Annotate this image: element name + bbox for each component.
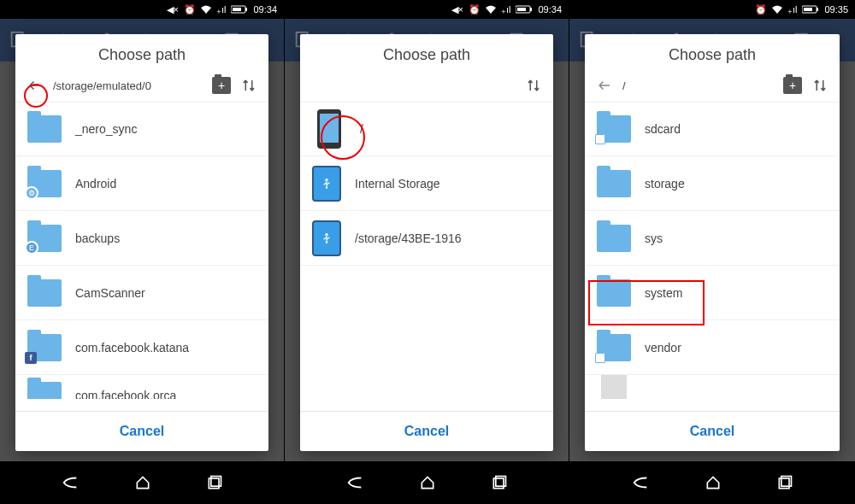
item-label: storage (645, 177, 685, 190)
svg-rect-21 (817, 8, 818, 11)
folder-list[interactable]: _nero_sync ⚙Android Ebackups CamScanner … (15, 102, 268, 411)
nav-bar (285, 461, 569, 504)
list-item[interactable]: sys (585, 211, 840, 266)
sort-button[interactable] (239, 76, 258, 95)
list-item[interactable]: _nero_sync (15, 102, 268, 156)
dialog-title: Choose path (300, 34, 553, 73)
new-folder-button[interactable]: + (783, 77, 802, 94)
item-label: backups (75, 231, 120, 245)
clock-text: 09:34 (538, 4, 562, 15)
phone-icon (317, 109, 341, 149)
dialog-title: Choose path (15, 34, 268, 73)
list-item[interactable]: ⚙Android (15, 156, 268, 211)
volume-mute-icon: ◀× (167, 4, 179, 15)
nav-recent-icon[interactable] (206, 474, 223, 491)
screen-1: ◀× ⏰ ₊ıl 09:34 Choose path /storage/emul… (0, 0, 285, 504)
item-label: com.facebook.katana (75, 341, 189, 355)
list-item[interactable] (585, 375, 840, 399)
svg-rect-22 (804, 8, 812, 11)
battery-icon (802, 5, 819, 14)
item-label: CamScanner (75, 286, 145, 300)
list-item[interactable]: / (300, 102, 553, 156)
cancel-button[interactable]: Cancel (120, 424, 164, 439)
svg-point-17 (326, 241, 327, 243)
back-arrow-button[interactable] (595, 76, 614, 95)
item-label: / (360, 122, 363, 136)
clock-text: 09:34 (253, 4, 277, 15)
alarm-icon: ⏰ (469, 4, 481, 15)
current-path: / (622, 79, 775, 92)
usb-icon (312, 166, 341, 202)
item-label: sdcard (645, 122, 681, 136)
nav-back-icon[interactable] (345, 473, 364, 492)
choose-path-dialog: Choose path / Internal Storage /storage/… (300, 34, 553, 451)
signal-icon: ₊ıl (787, 4, 798, 15)
status-bar: ◀× ⏰ ₊ıl 09:34 (285, 0, 569, 19)
item-label: vendor (645, 341, 681, 355)
cancel-button[interactable]: Cancel (404, 424, 449, 439)
list-item[interactable]: system (585, 266, 840, 320)
list-item[interactable]: /storage/43BE-1916 (300, 211, 553, 266)
alarm-icon: ⏰ (755, 4, 767, 15)
list-item[interactable]: fcom.facebook.katana (15, 320, 268, 375)
svg-rect-1 (245, 8, 247, 11)
nav-recent-icon[interactable] (491, 474, 508, 491)
clock-text: 09:35 (824, 4, 848, 15)
choose-path-dialog: Choose path / + sdcard storage sys syste… (585, 34, 840, 451)
status-bar: ◀× ⏰ ₊ıl 09:34 (0, 0, 284, 19)
nav-bar (0, 461, 284, 504)
usb-icon (312, 220, 341, 256)
folder-list[interactable]: sdcard storage sys system vendor (585, 102, 840, 411)
new-folder-button[interactable]: + (212, 77, 231, 94)
path-row (300, 73, 553, 102)
list-item[interactable]: com.facebook.orca (15, 375, 268, 399)
item-label: /storage/43BE-1916 (355, 231, 462, 245)
nav-home-icon[interactable] (419, 474, 436, 491)
list-item[interactable]: vendor (585, 320, 840, 375)
signal-icon: ₊ıl (216, 4, 227, 15)
sort-button[interactable] (524, 76, 543, 95)
item-label: sys (645, 231, 663, 245)
choose-path-dialog: Choose path /storage/emulated/0 + _nero_… (15, 34, 268, 451)
svg-rect-11 (517, 8, 526, 11)
wifi-icon (772, 5, 782, 14)
back-arrow-button[interactable] (26, 76, 44, 95)
sort-button[interactable] (811, 76, 829, 95)
list-item[interactable]: Ebackups (15, 211, 268, 266)
list-item[interactable]: CamScanner (15, 266, 268, 320)
status-bar: ⏰ ₊ıl 09:35 (569, 0, 855, 19)
current-path: /storage/emulated/0 (53, 79, 203, 92)
dialog-title: Choose path (585, 34, 840, 73)
item-label: _nero_sync (75, 122, 137, 136)
nav-recent-icon[interactable] (776, 474, 793, 491)
screen-3: ⏰ ₊ıl 09:35 Choose path / + sdcard stora… (569, 0, 855, 504)
item-label: Android (75, 177, 116, 190)
nav-back-icon[interactable] (61, 473, 80, 492)
alarm-icon: ⏰ (184, 4, 196, 15)
volume-mute-icon: ◀× (451, 4, 463, 15)
item-label: Internal Storage (355, 177, 440, 190)
file-icon (601, 375, 627, 399)
list-item[interactable]: Internal Storage (300, 156, 553, 211)
path-row: /storage/emulated/0 + (15, 73, 268, 102)
storage-list[interactable]: / Internal Storage /storage/43BE-1916 (300, 102, 553, 411)
svg-point-16 (326, 186, 327, 188)
cancel-button[interactable]: Cancel (690, 424, 734, 439)
screen-2: ◀× ⏰ ₊ıl 09:34 Choose path / Internal St… (285, 0, 569, 504)
nav-back-icon[interactable] (631, 473, 650, 492)
battery-icon (231, 5, 248, 14)
svg-rect-10 (530, 8, 532, 11)
signal-icon: ₊ıl (501, 4, 511, 15)
list-item[interactable]: storage (585, 156, 840, 211)
battery-icon (516, 5, 533, 14)
wifi-icon (486, 5, 496, 14)
wifi-icon (201, 5, 211, 14)
nav-home-icon[interactable] (134, 474, 151, 491)
path-row: / + (585, 73, 840, 102)
list-item[interactable]: sdcard (585, 102, 840, 156)
svg-rect-2 (233, 8, 241, 11)
item-label: system (645, 286, 682, 300)
item-label: com.facebook.orca (75, 389, 176, 399)
nav-bar (569, 461, 855, 504)
nav-home-icon[interactable] (705, 474, 722, 491)
